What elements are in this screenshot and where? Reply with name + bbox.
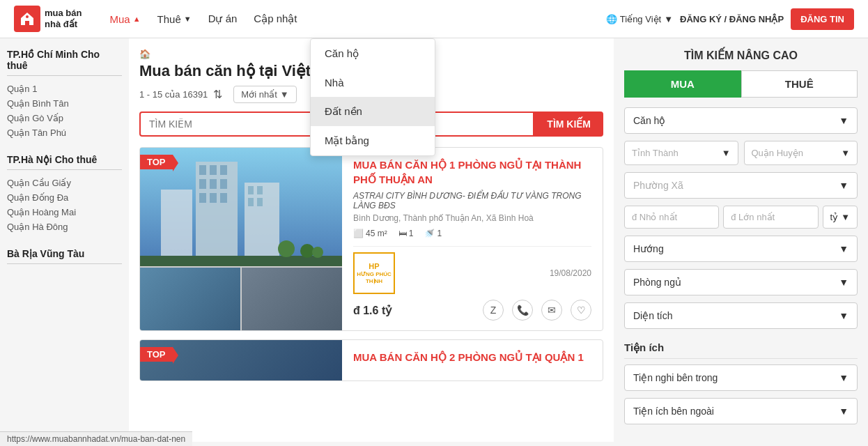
sidebar-link-govap[interactable]: Quận Gò Vấp [7,111,122,125]
sidebar-link-hadong[interactable]: Quận Hà Đông [7,220,122,234]
chevron-down-icon: ▼ [839,277,848,288]
amenities-title: Tiện ích [624,336,858,359]
chevron-down-icon: ▼ [280,89,289,100]
nav-right: 🌐 Tiếng Việt ▼ ĐĂNG KÝ / ĐĂNG NHẬP ĐĂNG … [606,8,854,30]
chevron-down-icon: ▼ [839,372,848,383]
advanced-search-title: TÌM KIẾM NÂNG CAO [624,49,858,62]
sidebar-link-binhtan[interactable]: Quận Bình Tân [7,96,122,111]
logo[interactable]: mua bán nhà đất [14,6,82,32]
spec-area: ⬜ 45 m² [353,229,387,238]
chevron-down-icon: ▼ [839,115,848,126]
register-login-button[interactable]: ĐĂNG KÝ / ĐĂNG NHẬP [680,14,784,24]
chevron-down-icon: ▼ [664,14,673,24]
top-badge-2: TOP [140,347,173,362]
chevron-down-icon: ▼ [722,148,731,158]
sidebar-link-hoangmai[interactable]: Quận Hoàng Mai [7,205,122,220]
province-district-row: Tỉnh Thành ▼ Quận Huyện ▼ [624,141,858,165]
listing-thumb-2[interactable] [242,268,342,330]
listing-info-2: MUA BÁN CĂN HỘ 2 PHÒNG NGỦ TẠI QUẬN 1 [342,340,603,380]
tab-buy[interactable]: MUA [624,70,741,98]
svg-rect-14 [257,186,263,194]
outdoor-amenities-select[interactable]: Tiện ích bên ngoài ▼ [624,398,858,424]
tab-rent[interactable]: THUÊ [741,70,858,98]
search-button[interactable]: TÌM KIẾM [534,112,603,137]
sidebar-section-hn: TP.Hà Nội Cho thuê Quận Cầu Giấy Quận Đố… [7,154,122,234]
nav-capnhat[interactable]: Cập nhật [247,8,304,29]
svg-rect-17 [161,190,192,266]
nav-thue[interactable]: Thuê ▼ [150,9,199,29]
province-select[interactable]: Tỉnh Thành ▼ [624,141,738,165]
chevron-down-icon: ▼ [839,243,848,254]
district-select[interactable]: Quận Huyện ▼ [744,141,858,165]
svg-rect-5 [220,165,227,175]
spec-bed: 🛏 1 [398,229,414,238]
agent-logo[interactable]: HP HƯNG PHÚC THỊNH [353,252,395,294]
sidebar-right: TÌM KIẾM NÂNG CAO MUA THUÊ Căn hộ ▼ Tỉnh… [614,38,868,442]
sidebar-hcm-title: TP.Hồ Chí Minh Cho thuê [7,49,122,76]
listing-title[interactable]: MUA BÁN CĂN HỘ 1 PHÒNG NGỦ TẠI THÀNH PHỐ… [353,157,591,187]
listing-info: MUA BÁN CĂN HỘ 1 PHÒNG NGỦ TẠI THÀNH PHỐ… [342,148,603,330]
price-max-input[interactable]: đ Lớn nhất [723,206,818,229]
logo-text: mua bán nhà đất [45,8,82,29]
dropdown-item-canhho[interactable]: Căn hộ [311,39,435,68]
svg-rect-18 [140,256,342,266]
logo-icon [14,6,40,32]
bedroom-select[interactable]: Phòng ngủ ▼ [624,269,858,295]
property-type-select[interactable]: Căn hộ ▼ [624,107,858,134]
ward-select[interactable]: Phường Xã ▼ [624,172,858,199]
nav-duan[interactable]: Dự án [201,8,245,29]
listing-main-image[interactable]: TOP [140,148,342,266]
chevron-down-icon: ▼ [839,180,848,191]
svg-rect-7 [210,179,217,189]
nav-mua[interactable]: Mua ▲ [102,9,147,29]
sort-icon: ⇅ [213,88,222,101]
svg-point-19 [278,240,295,257]
svg-rect-15 [248,198,254,206]
sidebar-link-tanphu[interactable]: Quận Tân Phú [7,125,122,140]
svg-point-21 [312,247,323,258]
listing-date: 19/08/2020 [550,268,591,278]
direction-select[interactable]: Hướng ▼ [624,236,858,262]
dropdown-item-nha[interactable]: Nhà [311,68,435,97]
header: mua bán nhà đất Mua ▲ Thuê ▼ Dự án Cập n… [0,0,868,38]
svg-rect-9 [199,193,206,203]
language-selector[interactable]: 🌐 Tiếng Việt ▼ [606,14,673,24]
listing-agent: HP HƯNG PHÚC THỊNH 19/08/2020 [353,246,591,294]
sort-button[interactable]: Mới nhất ▼ [233,86,296,103]
zalo-icon[interactable]: Z [483,300,504,321]
area-icon: ⬜ [353,229,364,238]
top-badge: TOP [140,155,173,169]
post-listing-button[interactable]: ĐĂNG TIN [791,8,854,30]
sidebar-link-caugiay[interactable]: Quận Cầu Giấy [7,176,122,190]
message-icon[interactable]: ✉ [541,300,562,321]
sidebar-link-dongda[interactable]: Quận Đống Đa [7,190,122,205]
sidebar-section-hcm: TP.Hồ Chí Minh Cho thuê Quận 1 Quận Bình… [7,49,122,140]
svg-rect-2 [196,162,238,266]
mua-dropdown: Căn hộ Nhà Đất nền Mặt bằng [310,38,435,156]
listing-images-2: TOP [140,340,342,380]
area-select[interactable]: Diện tích ▼ [624,302,858,329]
price-unit-select[interactable]: tỷ ▼ [823,206,858,229]
sidebar-hn-title: TP.Hà Nội Cho thuê [7,154,122,170]
indoor-amenities-select[interactable]: Tiện nghi bên trong ▼ [624,364,858,391]
bed-icon: 🛏 [398,229,407,238]
chevron-down-icon: ▼ [841,148,850,158]
listing-card: TOP [139,147,603,331]
svg-rect-12 [245,183,279,266]
svg-rect-6 [199,179,206,189]
sidebar-left: TP.Hồ Chí Minh Cho thuê Quận 1 Quận Bình… [0,38,129,442]
listing-price: đ 1.6 tỷ [353,304,392,317]
listing-title-2[interactable]: MUA BÁN CĂN HỘ 2 PHÒNG NGỦ TẠI QUẬN 1 [353,350,591,364]
favorite-icon[interactable]: ♡ [571,300,591,321]
listing-bottom: đ 1.6 tỷ Z 📞 ✉ ♡ [353,300,591,321]
sidebar-link-quan1[interactable]: Quận 1 [7,82,122,96]
dropdown-item-datnnen[interactable]: Đất nền [311,97,435,126]
price-range-row: đ Nhỏ nhất đ Lớn nhất tỷ ▼ [624,206,858,229]
listing-specs: ⬜ 45 m² 🛏 1 🚿 1 [353,229,591,238]
dropdown-item-matbang[interactable]: Mặt bằng [311,126,435,155]
chevron-up-icon: ▲ [133,15,141,23]
listing-thumb-1[interactable] [140,268,240,330]
price-min-input[interactable]: đ Nhỏ nhất [624,206,719,229]
phone-icon[interactable]: 📞 [512,300,533,321]
listing-card-2: TOP MUA BÁN CĂN HỘ 2 PHÒNG NGỦ TẠI QUẬN … [139,339,603,381]
